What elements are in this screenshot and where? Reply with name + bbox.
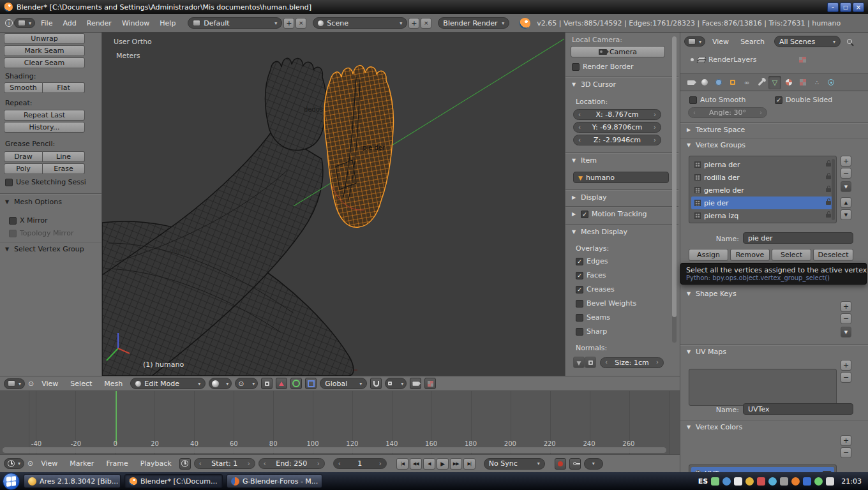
vertex-group-row[interactable]: pierna der bbox=[691, 158, 834, 171]
uv-map-row-active[interactable]: UVTex bbox=[691, 467, 834, 472]
manipulator-toggle[interactable] bbox=[261, 378, 273, 389]
tray-icon[interactable] bbox=[791, 477, 800, 486]
x-mirror-checkbox[interactable] bbox=[9, 217, 17, 225]
tray-icon[interactable] bbox=[803, 477, 811, 486]
vertex-group-row-active[interactable]: pie der bbox=[691, 197, 834, 209]
search-icon[interactable] bbox=[847, 39, 852, 44]
add-layout-button[interactable] bbox=[283, 18, 294, 29]
keying-set-icon[interactable] bbox=[569, 458, 581, 470]
tab-render-icon[interactable] bbox=[684, 76, 697, 89]
lock-icon[interactable] bbox=[826, 163, 831, 167]
tray-icon[interactable] bbox=[722, 477, 731, 486]
overlay-creases-checkbox[interactable] bbox=[576, 286, 583, 293]
menu-help[interactable]: Help bbox=[155, 19, 180, 27]
tray-icon[interactable] bbox=[826, 477, 834, 486]
tab-texture-icon[interactable] bbox=[797, 76, 809, 89]
mesh-canvas[interactable]: dedos pie der pierna bbox=[102, 33, 565, 376]
use-sketching-checkbox[interactable] bbox=[5, 179, 13, 186]
editor-type-button[interactable] bbox=[4, 378, 25, 389]
remove-shape-key-button[interactable] bbox=[841, 313, 851, 324]
taskbar-item-firefox[interactable]: G-Blender-Foros - M... bbox=[227, 474, 322, 488]
motion-tracking-panel-header[interactable]: Motion Tracking bbox=[572, 210, 647, 218]
group-name-field[interactable]: pie der bbox=[743, 232, 853, 244]
translate-manipulator-icon[interactable] bbox=[276, 378, 287, 389]
tab-object-icon[interactable] bbox=[726, 76, 739, 89]
tray-icon[interactable] bbox=[814, 477, 823, 486]
start-button[interactable] bbox=[3, 473, 20, 490]
remove-uv-map-button[interactable] bbox=[841, 372, 851, 383]
repeat-last-button[interactable]: Repeat Last bbox=[4, 110, 85, 121]
tray-icon[interactable] bbox=[745, 477, 754, 486]
tab-physics-icon[interactable] bbox=[825, 76, 837, 89]
move-group-up-button[interactable] bbox=[841, 197, 851, 208]
lock-icon[interactable] bbox=[826, 214, 831, 218]
vertex-group-list[interactable]: pierna der rodilla der gemelo der pie de… bbox=[689, 156, 837, 223]
overlay-sharp-checkbox[interactable] bbox=[576, 328, 583, 336]
n-panel-scrollbar[interactable] bbox=[672, 36, 677, 343]
history-button[interactable]: History... bbox=[4, 122, 85, 133]
maximize-button[interactable] bbox=[840, 3, 851, 12]
viewport-mesh-menu[interactable]: Mesh bbox=[100, 380, 127, 388]
double-sided-checkbox[interactable] bbox=[775, 96, 782, 104]
grease-poly-button[interactable]: Poly bbox=[4, 163, 43, 174]
add-vertex-color-button[interactable] bbox=[841, 435, 851, 446]
play-button[interactable] bbox=[437, 458, 449, 470]
tab-world-icon[interactable] bbox=[712, 76, 725, 89]
mesh-display-panel-header[interactable]: Mesh Display bbox=[572, 228, 627, 236]
motion-tracking-checkbox[interactable] bbox=[581, 211, 588, 218]
taskbar-item-ares[interactable]: Ares 2.1.8.3042 [Bib... bbox=[24, 474, 121, 488]
add-scene-button[interactable] bbox=[408, 18, 419, 29]
auto-keyframe-record-button[interactable] bbox=[555, 458, 566, 470]
outliner-scope-dropdown[interactable]: All Scenes bbox=[774, 36, 841, 47]
mesh-options-panel-header[interactable]: Mesh Options bbox=[5, 198, 62, 206]
vertex-group-specials-button[interactable] bbox=[841, 181, 851, 192]
menu-render[interactable]: Render bbox=[82, 19, 116, 27]
viewport-select-menu[interactable]: Select bbox=[66, 380, 96, 388]
vertex-normals-toggle[interactable] bbox=[573, 357, 585, 368]
pivot-point-dropdown[interactable] bbox=[235, 378, 258, 389]
deselect-button[interactable]: Deselect bbox=[813, 249, 853, 261]
outliner-search-menu[interactable]: Search bbox=[736, 38, 769, 46]
timeline-scrollbar[interactable] bbox=[3, 447, 666, 453]
overlay-edges-checkbox[interactable] bbox=[576, 258, 583, 265]
grease-line-button[interactable]: Line bbox=[43, 151, 85, 162]
normals-size-field[interactable]: Size: 1cm bbox=[600, 357, 664, 368]
next-keyframe-button[interactable] bbox=[450, 458, 462, 470]
lock-icon[interactable] bbox=[826, 188, 831, 192]
expand-dot-icon[interactable] bbox=[691, 58, 694, 61]
render-opengl-icon[interactable] bbox=[410, 378, 421, 389]
add-shape-key-button[interactable] bbox=[841, 301, 851, 312]
renderlayers-label[interactable]: RenderLayers bbox=[708, 56, 757, 64]
remove-button[interactable]: Remove bbox=[730, 249, 770, 261]
keying-set-dropdown[interactable] bbox=[584, 458, 603, 470]
start-frame-field[interactable]: Start: 1 bbox=[194, 458, 255, 469]
title-bar[interactable]: Blender* [C:\Documents and Settings\Admi… bbox=[0, 0, 868, 14]
viewport-3d[interactable]: dedos pie der pierna User Ortho Meters (… bbox=[102, 33, 565, 376]
overlay-seams-checkbox[interactable] bbox=[576, 314, 583, 322]
minimize-button[interactable] bbox=[827, 3, 839, 12]
shape-key-specials-button[interactable] bbox=[841, 327, 851, 338]
collapse-menus-icon[interactable] bbox=[28, 380, 34, 388]
outliner-view-menu[interactable]: View bbox=[708, 38, 733, 46]
orientation-dropdown[interactable]: Global bbox=[320, 378, 367, 389]
editor-type-button[interactable] bbox=[4, 458, 24, 469]
tray-icon[interactable] bbox=[757, 477, 765, 486]
tab-constraints-icon[interactable] bbox=[740, 76, 753, 89]
screen-layout-selector[interactable]: Default bbox=[188, 17, 282, 29]
item-name-field[interactable]: humano bbox=[573, 172, 669, 183]
timeline-view-menu[interactable]: View bbox=[36, 459, 62, 468]
tray-icon[interactable] bbox=[711, 477, 719, 486]
scene-selector[interactable]: Scene bbox=[313, 17, 407, 29]
uv-maps-panel-header[interactable]: UV Maps bbox=[687, 348, 726, 356]
jump-to-end-button[interactable] bbox=[463, 458, 475, 470]
tab-material-icon[interactable] bbox=[782, 76, 795, 89]
jump-to-start-button[interactable] bbox=[396, 458, 408, 470]
editor-type-button[interactable] bbox=[14, 18, 35, 28]
viewport-view-menu[interactable]: View bbox=[37, 380, 63, 388]
taskbar-item-blender[interactable]: Blender* [C:\Docum... bbox=[124, 474, 223, 488]
mark-seam-button[interactable]: Mark Seam bbox=[4, 45, 85, 56]
item-panel-header[interactable]: Item bbox=[572, 156, 597, 165]
vertex-group-row[interactable]: rodilla der bbox=[691, 171, 834, 184]
delete-layout-button[interactable]: × bbox=[296, 18, 306, 29]
list-scrollbar[interactable] bbox=[832, 159, 835, 220]
